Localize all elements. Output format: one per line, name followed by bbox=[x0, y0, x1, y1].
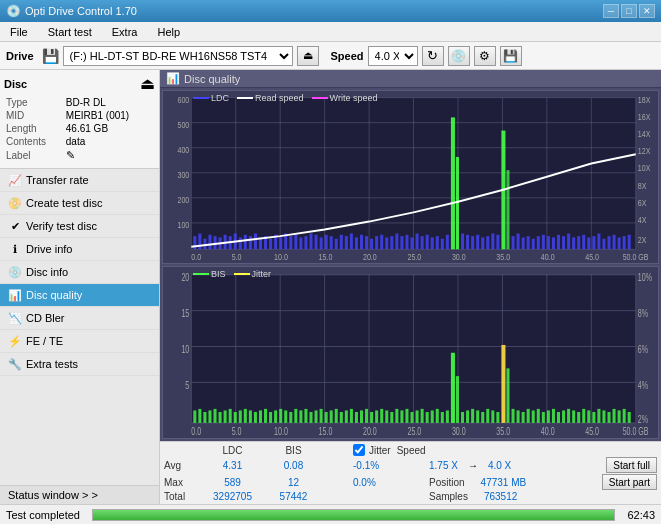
svg-rect-225 bbox=[532, 410, 535, 422]
svg-rect-81 bbox=[431, 237, 434, 249]
settings-button[interactable]: ⚙ bbox=[474, 46, 496, 66]
svg-rect-242 bbox=[618, 410, 621, 422]
svg-rect-92 bbox=[476, 235, 479, 250]
sidebar-item-disc-quality[interactable]: 📊 Disc quality bbox=[0, 284, 159, 307]
disc-length-row: Length 46.61 GB bbox=[6, 123, 153, 134]
svg-rect-202 bbox=[416, 410, 419, 422]
app-icon: 💿 bbox=[6, 4, 21, 18]
ldc-max: 589 bbox=[205, 477, 260, 488]
disc-quality-header-icon: 📊 bbox=[166, 72, 180, 85]
sidebar-item-cd-bler[interactable]: 📉 CD Bler bbox=[0, 307, 159, 330]
menu-extra[interactable]: Extra bbox=[106, 24, 144, 40]
svg-rect-108 bbox=[567, 233, 570, 249]
svg-rect-194 bbox=[375, 410, 378, 422]
transfer-rate-icon: 📈 bbox=[8, 173, 22, 187]
title-bar-controls: ─ □ ✕ bbox=[603, 4, 655, 18]
contents-label: Contents bbox=[6, 136, 64, 147]
avg-label: Avg bbox=[164, 460, 199, 471]
maximize-button[interactable]: □ bbox=[621, 4, 637, 18]
create-test-disc-icon: 📀 bbox=[8, 196, 22, 210]
svg-rect-56 bbox=[304, 236, 307, 249]
status-window-button[interactable]: Status window > > bbox=[0, 485, 159, 504]
svg-text:50.0 GB: 50.0 GB bbox=[623, 252, 649, 262]
verify-test-disc-icon: ✔ bbox=[8, 219, 22, 233]
progress-bar-fill bbox=[93, 510, 614, 520]
svg-rect-159 bbox=[198, 408, 201, 422]
sidebar-item-extra-tests[interactable]: 🔧 Extra tests bbox=[0, 353, 159, 376]
sidebar-item-create-test-disc[interactable]: 📀 Create test disc bbox=[0, 192, 159, 215]
svg-text:50.0 GB: 50.0 GB bbox=[623, 425, 649, 437]
sidebar-item-disc-info[interactable]: 💿 Disc info bbox=[0, 261, 159, 284]
close-button[interactable]: ✕ bbox=[639, 4, 655, 18]
svg-text:15.0: 15.0 bbox=[319, 252, 333, 262]
svg-rect-45 bbox=[249, 236, 252, 249]
svg-text:10%: 10% bbox=[638, 271, 652, 283]
jitter-avg: -0.1% bbox=[353, 460, 423, 471]
svg-rect-214 bbox=[476, 410, 479, 422]
drive-select[interactable]: (F:) HL-DT-ST BD-RE WH16NS58 TST4 bbox=[63, 46, 293, 66]
svg-rect-97 bbox=[512, 236, 515, 249]
sidebar-item-verify-test-disc[interactable]: ✔ Verify test disc bbox=[0, 215, 159, 238]
drive-toolbar: Drive 💾 (F:) HL-DT-ST BD-RE WH16NS58 TST… bbox=[0, 42, 661, 70]
start-full-button[interactable]: Start full bbox=[606, 457, 657, 473]
sidebar-item-transfer-rate[interactable]: 📈 Transfer rate bbox=[0, 169, 159, 192]
speed-label-stats: Speed bbox=[397, 445, 437, 456]
save-button[interactable]: 💾 bbox=[500, 46, 522, 66]
svg-rect-227 bbox=[542, 411, 545, 422]
svg-text:10: 10 bbox=[181, 343, 189, 355]
minimize-button[interactable]: ─ bbox=[603, 4, 619, 18]
disc-info-icon: 💿 bbox=[8, 265, 22, 279]
eject-button[interactable]: ⏏ bbox=[297, 46, 319, 66]
svg-rect-114 bbox=[597, 233, 600, 249]
svg-rect-181 bbox=[309, 411, 312, 422]
svg-text:10X: 10X bbox=[638, 164, 651, 174]
disc-button[interactable]: 💿 bbox=[448, 46, 470, 66]
svg-rect-199 bbox=[400, 410, 403, 422]
menu-file[interactable]: File bbox=[4, 24, 34, 40]
settings-icon: ⚙ bbox=[479, 49, 490, 63]
legend-jitter: Jitter bbox=[234, 269, 272, 279]
svg-rect-192 bbox=[365, 408, 368, 422]
disc-eject-icon[interactable]: ⏏ bbox=[140, 74, 155, 93]
start-part-button[interactable]: Start part bbox=[602, 474, 657, 490]
menu-help[interactable]: Help bbox=[151, 24, 186, 40]
refresh-button[interactable]: ↻ bbox=[422, 46, 444, 66]
refresh-icon: ↻ bbox=[427, 48, 438, 63]
svg-text:16X: 16X bbox=[638, 112, 651, 122]
svg-rect-232 bbox=[567, 408, 570, 422]
sidebar-item-drive-info[interactable]: ℹ Drive info bbox=[0, 238, 159, 261]
ldc-header: LDC bbox=[205, 445, 260, 456]
main-area: Disc ⏏ Type BD-R DL MID MEIRB1 (001) Len… bbox=[0, 70, 661, 504]
svg-rect-190 bbox=[355, 411, 358, 422]
menu-start-test[interactable]: Start test bbox=[42, 24, 98, 40]
svg-text:45.0: 45.0 bbox=[585, 252, 599, 262]
stats-avg-row: Avg 4.31 0.08 -0.1% 1.75 X → 4.0 X Start… bbox=[164, 457, 657, 473]
jitter-header: Jitter bbox=[369, 445, 391, 456]
sidebar-item-fe-te[interactable]: ⚡ FE / TE bbox=[0, 330, 159, 353]
svg-rect-233 bbox=[572, 410, 575, 422]
svg-rect-109 bbox=[572, 237, 575, 249]
cd-bler-label: CD Bler bbox=[26, 312, 65, 324]
samples-value: 763512 bbox=[484, 491, 517, 502]
label-edit-icon[interactable]: ✎ bbox=[66, 149, 75, 161]
svg-rect-68 bbox=[365, 236, 368, 249]
jitter-checkbox[interactable] bbox=[353, 444, 365, 456]
speed-select[interactable]: 4.0 X bbox=[368, 46, 418, 66]
svg-text:12X: 12X bbox=[638, 146, 651, 156]
svg-rect-58 bbox=[315, 235, 318, 250]
disc-quality-header: 📊 Disc quality bbox=[160, 70, 661, 88]
svg-rect-241 bbox=[613, 408, 616, 422]
svg-rect-74 bbox=[395, 233, 398, 249]
legend-write-speed-label: Write speed bbox=[330, 93, 378, 103]
svg-rect-76 bbox=[405, 235, 408, 250]
svg-rect-99 bbox=[522, 237, 525, 249]
svg-text:10.0: 10.0 bbox=[274, 425, 288, 437]
svg-rect-82 bbox=[436, 236, 439, 249]
svg-rect-187 bbox=[340, 411, 343, 422]
speed-value: 1.75 X bbox=[429, 460, 458, 471]
chart2-legend: BIS Jitter bbox=[193, 269, 271, 279]
svg-rect-203 bbox=[421, 408, 424, 422]
svg-rect-103 bbox=[542, 235, 545, 250]
contents-value[interactable]: data bbox=[66, 136, 153, 147]
svg-rect-191 bbox=[360, 410, 363, 422]
